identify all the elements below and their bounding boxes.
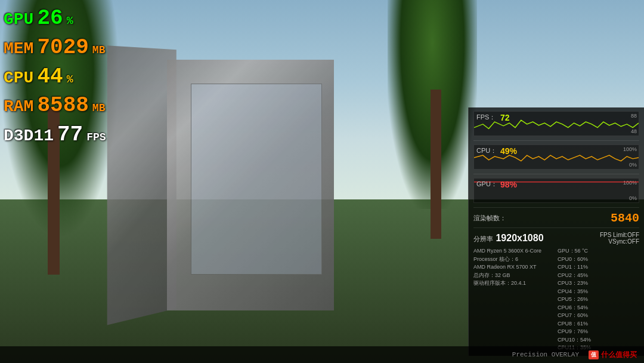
sysinfo-left-line: 总内存：32 GB: [473, 272, 555, 280]
sysinfo-right-line: CPU9：76%: [558, 328, 639, 336]
sysinfo-right-line: CPU4：35%: [558, 288, 639, 296]
cpu-row: CPU 44 %: [4, 63, 106, 91]
sysinfo-right-line: CPU1：11%: [558, 263, 639, 272]
gpu-row: GPU 26 %: [4, 5, 106, 33]
site-logo: 值 什么值得买: [589, 350, 637, 360]
hud-text: Precision OVERLAY: [512, 351, 579, 358]
sysinfo-right-line: CPU2：45%: [558, 272, 639, 280]
sysinfo-right-line: CPU5：26%: [558, 296, 639, 304]
fps-section: FPS： 72 88 48: [473, 111, 639, 141]
sysinfo-left-line: 驱动程序版本：20.4.1: [473, 279, 555, 288]
sysinfo-right-line: CPU10：54%: [558, 336, 639, 344]
logo-badge: 值: [589, 350, 599, 359]
ram-unit: MB: [92, 101, 106, 115]
sysinfo-right-line: GPU：56 °C: [558, 247, 639, 256]
fps-graph-label: FPS：: [476, 113, 496, 122]
sysinfo-section: AMD Ryzen 5 3600X 6-CoreProcessor 核心：6AM…: [473, 247, 639, 352]
ram-label: RAM: [4, 96, 33, 118]
d3d11-value: 77: [57, 121, 83, 149]
cpu-graph-svg: [474, 145, 639, 169]
sysinfo-right-line: CPU6：54%: [558, 304, 639, 312]
mem-label: MEM: [4, 38, 33, 60]
hardware-monitor-panel: FPS： 72 88 48 CPU： 49% 100% 0% GPU： 98% …: [468, 107, 644, 356]
bottom-bar: Precision OVERLAY 值 什么值得买: [0, 346, 644, 363]
building-center: [167, 60, 334, 310]
d3d11-unit: FPS: [86, 131, 106, 144]
d3d11-row: D3D11 77 FPS: [4, 121, 106, 149]
render-value: 5840: [611, 211, 639, 225]
ram-row: RAM 8588 MB: [4, 92, 106, 120]
building-left: [107, 45, 177, 325]
ram-value: 8588: [37, 92, 88, 120]
d3d11-label: D3D11: [4, 125, 54, 147]
hud-topleft-overlay: GPU 26 % MEM 7029 MB CPU 44 % RAM 8588 M…: [4, 5, 106, 150]
render-section: 渲染帧数： 5840: [473, 211, 639, 228]
cpu-graph: CPU： 49% 100% 0%: [473, 144, 639, 170]
cpu-label: CPU: [4, 67, 33, 89]
gpu-graph-label: GPU：: [476, 180, 497, 189]
render-label: 渲染帧数：: [473, 214, 506, 223]
resolution-label: 分辨率: [473, 235, 493, 242]
tree-trunk-right: [431, 90, 441, 239]
sysinfo-right-line: CPU3：23%: [558, 279, 639, 288]
sysinfo-left-line: AMD Ryzen 5 3600X 6-Core: [473, 247, 555, 256]
building-window: [191, 84, 322, 275]
resolution-left: 分辨率 1920x1080: [473, 233, 544, 244]
resolution-section: 分辨率 1920x1080 FPS Limit:OFF VSync:OFF: [473, 232, 639, 245]
sysinfo-right-line: CPU8：61%: [558, 320, 639, 328]
fps-graph: FPS： 72 88 48: [473, 111, 639, 136]
sysinfo-left-line: AMD Radeon RX 5700 XT: [473, 263, 555, 272]
fps-graph-svg: [474, 112, 639, 136]
sysinfo-right: GPU：56 °CCPU0：60%CPU1：11%CPU2：45%CPU3：23…: [558, 247, 639, 352]
cpu-graph-label: CPU：: [476, 146, 497, 155]
fps-limit-info: FPS Limit:OFF VSync:OFF: [600, 232, 639, 245]
sysinfo-right-line: CPU0：60%: [558, 256, 639, 264]
gpu-graph: GPU： 98% 100% 0%: [473, 178, 639, 203]
gpu-graph-value: 98%: [500, 180, 517, 189]
cpu-unit: %: [67, 73, 73, 87]
logo-text: 什么值得买: [601, 350, 637, 360]
gpu-panel-section: GPU： 98% 100% 0%: [473, 178, 639, 208]
mem-row: MEM 7029 MB: [4, 34, 106, 62]
sysinfo-left-line: Processor 核心：6: [473, 256, 555, 264]
cpu-value: 44: [37, 63, 63, 91]
sysinfo-right-line: CPU7：60%: [558, 312, 639, 320]
cpu-graph-value: 49%: [500, 146, 517, 156]
gpu-label: GPU: [4, 9, 33, 30]
sysinfo-left: AMD Ryzen 5 3600X 6-CoreProcessor 核心：6AM…: [473, 247, 555, 352]
fps-graph-value: 72: [500, 113, 510, 122]
cpu-section: CPU： 49% 100% 0%: [473, 144, 639, 174]
resolution-value: 1920x1080: [496, 233, 543, 243]
fps-limit-text: FPS Limit:OFF: [600, 232, 639, 238]
mem-unit: MB: [92, 44, 106, 57]
vsync-text: VSync:OFF: [600, 238, 639, 245]
gpu-value: 26: [37, 5, 63, 33]
gpu-graph-svg: [474, 179, 639, 202]
mem-value: 7029: [37, 34, 88, 62]
gpu-unit: %: [67, 14, 73, 28]
